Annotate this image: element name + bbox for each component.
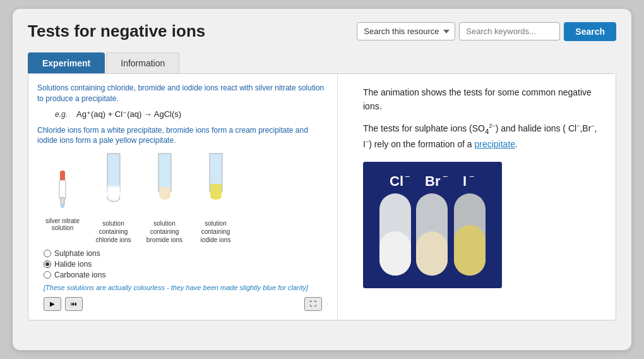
tube-label-1: solution containing chloride ions bbox=[93, 219, 134, 244]
tab-information[interactable]: Information bbox=[106, 52, 179, 73]
search-input[interactable] bbox=[459, 22, 560, 40]
radio-halide[interactable]: Halide ions bbox=[44, 260, 328, 269]
test-tube-1-icon bbox=[100, 152, 128, 216]
svg-point-15 bbox=[210, 193, 222, 200]
svg-text:−: − bbox=[469, 171, 474, 181]
main-container: Tests for negative ions Search this reso… bbox=[13, 9, 631, 350]
svg-point-12 bbox=[159, 193, 170, 200]
header: Tests for negative ions Search this reso… bbox=[28, 21, 616, 41]
controls-row: ▶ ⏮ ⛶ bbox=[37, 297, 328, 311]
svg-rect-24 bbox=[379, 231, 411, 276]
radio-halide-circle bbox=[44, 260, 51, 268]
svg-text:Cl: Cl bbox=[390, 173, 403, 189]
tube-group-2: solution containing bromide ions bbox=[144, 152, 185, 244]
search-button[interactable]: Search bbox=[564, 22, 616, 41]
tubes-photo: Cl − Br − I − bbox=[363, 162, 502, 288]
fullscreen-button[interactable]: ⛶ bbox=[304, 297, 322, 311]
experiment-panel: Solutions containing chloride, bromide a… bbox=[28, 74, 338, 320]
content-area: Solutions containing chloride, bromide a… bbox=[28, 73, 616, 320]
tube-group-3: solution containing iodide ions bbox=[195, 152, 236, 244]
play-button[interactable]: ▶ bbox=[44, 297, 61, 311]
svg-rect-26 bbox=[416, 231, 448, 276]
search-area: Search this resource Search bbox=[357, 22, 616, 41]
svg-rect-2 bbox=[61, 197, 64, 205]
radio-options: Sulphate ions Halide ions Carbonate ions bbox=[44, 249, 328, 279]
radio-carbonate-circle bbox=[44, 271, 51, 279]
tube-group-1: solution containing chloride ions bbox=[93, 152, 134, 244]
dropper-icon bbox=[54, 171, 71, 215]
exp-blue-text1: Solutions containing chloride, bromide a… bbox=[37, 83, 328, 104]
info-text2: The tests for sulphate ions (SO42−) and … bbox=[363, 121, 605, 152]
tube-label-3: solution containing iodide ions bbox=[195, 219, 236, 244]
svg-text:Br: Br bbox=[425, 173, 441, 189]
radio-sulphate[interactable]: Sulphate ions bbox=[44, 249, 328, 258]
reset-button[interactable]: ⏮ bbox=[65, 297, 83, 311]
tab-experiment[interactable]: Experiment bbox=[28, 52, 105, 73]
svg-rect-1 bbox=[59, 180, 66, 199]
eq-eg: e.g. bbox=[55, 110, 68, 119]
test-tube-3-icon bbox=[202, 152, 230, 216]
precipitate-link[interactable]: precipitate bbox=[474, 139, 515, 149]
tubes-photo-svg: Cl − Br − I − bbox=[363, 162, 502, 288]
info-text1: The animation shows the tests for some c… bbox=[363, 85, 605, 114]
tabs: Experiment Information bbox=[28, 52, 616, 73]
blue-note: [These solutions are actually colourless… bbox=[44, 283, 328, 293]
test-tubes-area: silver nitrate solution solution contain… bbox=[44, 152, 328, 244]
test-tube-2-icon bbox=[151, 152, 179, 216]
radio-carbonate[interactable]: Carbonate ions bbox=[44, 271, 328, 279]
svg-text:−: − bbox=[443, 171, 448, 181]
dropper-label: silver nitrate solution bbox=[44, 217, 81, 231]
page-title: Tests for negative ions bbox=[28, 21, 205, 41]
tube-label-2: solution containing bromide ions bbox=[144, 219, 185, 244]
equation-text: Ag⁺(aq) + Cl⁻(aq) → AgCl(s) bbox=[76, 109, 181, 119]
svg-point-3 bbox=[61, 204, 64, 208]
exp-blue-text2: Chloride ions form a white precipitate, … bbox=[37, 125, 328, 147]
playback-controls: ▶ ⏮ bbox=[44, 297, 83, 311]
svg-point-9 bbox=[108, 193, 119, 200]
svg-text:−: − bbox=[405, 171, 410, 181]
svg-text:I: I bbox=[463, 173, 467, 189]
info-panel: The animation shows the tests for some c… bbox=[353, 74, 616, 320]
equation-row: e.g. Ag⁺(aq) + Cl⁻(aq) → AgCl(s) bbox=[55, 109, 328, 119]
svg-rect-10 bbox=[158, 154, 171, 192]
radio-sulphate-circle bbox=[44, 250, 51, 257]
svg-rect-28 bbox=[454, 225, 486, 276]
dropper-area: silver nitrate solution bbox=[44, 171, 81, 231]
search-select[interactable]: Search this resource bbox=[357, 22, 455, 40]
